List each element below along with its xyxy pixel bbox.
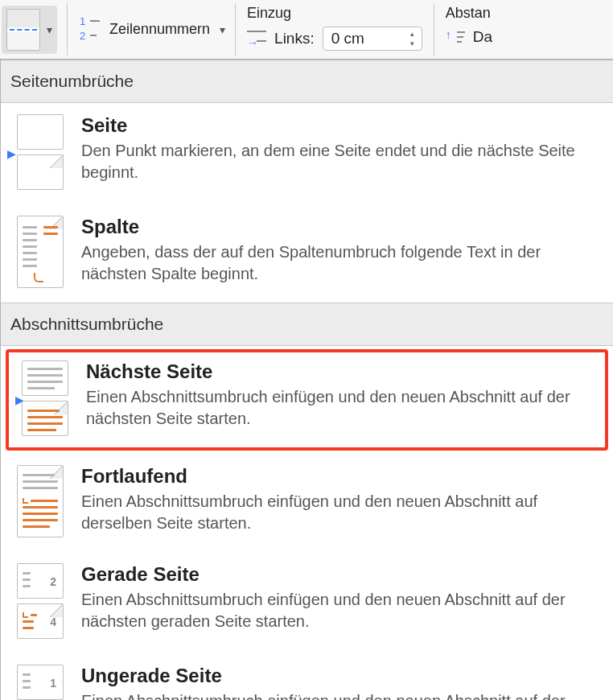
menu-item-title: Fortlaufend bbox=[81, 465, 602, 488]
menu-item-desc: Angeben, dass der auf den Spaltenumbruch… bbox=[81, 241, 602, 285]
next-page-break-icon-pair bbox=[22, 360, 68, 436]
menu-item-title: Spalte bbox=[81, 216, 602, 238]
menu-item-desc: Den Punkt markieren, an dem eine Seite e… bbox=[81, 140, 602, 183]
chevron-down-icon: ▾ bbox=[220, 23, 225, 36]
column-break-icon bbox=[17, 216, 64, 288]
menu-item-column-break[interactable]: Spalte Angeben, dass der auf den Spalten… bbox=[1, 204, 613, 303]
indent-left-icon: → bbox=[247, 31, 266, 47]
menu-item-desc: Einen Abschnittsumbruch einfügen und den… bbox=[81, 491, 602, 534]
indent-left-value: 0 cm bbox=[331, 30, 402, 47]
indent-group-title: Einzug bbox=[247, 5, 291, 22]
menu-item-page-break[interactable]: ▶ Seite Den Punkt markieren, an dem eine… bbox=[1, 103, 613, 204]
page-number-top: 1 bbox=[50, 677, 56, 690]
menu-item-title: Nächste Seite bbox=[86, 360, 597, 383]
menu-item-continuous-section-break[interactable]: Fortlaufend Einen Abschnittsumbruch einf… bbox=[1, 454, 613, 552]
section-header-section-breaks: Abschnittsumbrüche bbox=[1, 303, 613, 346]
page-break-icon bbox=[6, 9, 40, 51]
even-page-break-icon-pair: 2 4 bbox=[17, 563, 64, 639]
section-header-page-breaks: Seitenumbrüche bbox=[1, 60, 613, 103]
spacing-group-title: Abstan bbox=[446, 5, 491, 22]
indent-left-input[interactable]: 0 cm ▴ ▾ bbox=[323, 27, 422, 51]
indent-left-label: Links: bbox=[274, 30, 315, 47]
odd-page-break-icon-pair: 1 3 bbox=[17, 665, 64, 700]
menu-item-title: Ungerade Seite bbox=[81, 665, 602, 687]
menu-item-title: Seite bbox=[81, 114, 602, 137]
page-break-icon-pair bbox=[17, 114, 64, 190]
menu-item-desc: Einen Abschnittsumbruch einfügen und den… bbox=[81, 589, 602, 632]
caret-right-icon: ▶ bbox=[7, 147, 16, 160]
ribbon-toolbar: ▾ 1 2 Zeilennummern ▾ Einzug → Links: bbox=[0, 0, 613, 60]
line-numbers-dropdown[interactable]: 1 2 Zeilennummern ▾ bbox=[77, 12, 225, 47]
page-number-top: 2 bbox=[50, 575, 56, 588]
page-number-bot: 4 bbox=[50, 616, 56, 628]
menu-item-odd-page-section-break[interactable]: 1 3 Ungerade Seite Einen Abschnittsumbru… bbox=[1, 653, 613, 700]
stepper-down[interactable]: ▾ bbox=[407, 39, 418, 48]
menu-item-desc: Einen Abschnittsumbruch einfügen und den… bbox=[86, 386, 597, 430]
menu-item-desc: Einen Abschnittsumbruch einfügen und den… bbox=[81, 690, 602, 700]
breaks-dropdown-button[interactable]: ▾ bbox=[2, 6, 57, 54]
spacing-before-icon: ↑ bbox=[446, 28, 465, 46]
menu-item-even-page-section-break[interactable]: 2 4 Gerade Seite Einen Abschnittsumbruch… bbox=[1, 552, 613, 653]
line-numbers-label: Zeilennummern bbox=[109, 21, 210, 38]
menu-item-title: Gerade Seite bbox=[81, 563, 602, 586]
chevron-down-icon: ▾ bbox=[47, 23, 52, 36]
line-numbers-icon: 1 2 bbox=[77, 12, 100, 47]
continuous-break-icon bbox=[17, 465, 64, 537]
menu-item-next-page-section-break[interactable]: ▶ Nächste Seite Einen Abschnittsumbruch … bbox=[6, 349, 608, 451]
spacing-after-label: Da bbox=[473, 28, 492, 46]
stepper-up[interactable]: ▴ bbox=[407, 29, 418, 39]
breaks-dropdown-panel: Seitenumbrüche ▶ Seite Den Punkt markier… bbox=[0, 60, 613, 700]
